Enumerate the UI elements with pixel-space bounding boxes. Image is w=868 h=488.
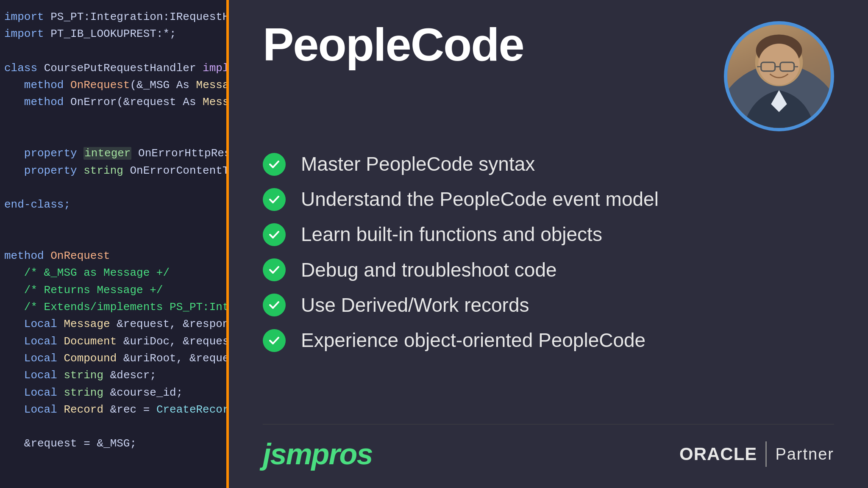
check-icon-2	[263, 188, 286, 211]
oracle-text: ORACLE	[679, 444, 757, 464]
check-icon-4	[263, 258, 286, 281]
divider	[765, 441, 767, 467]
check-icon-1	[263, 153, 286, 176]
check-icon-6	[263, 329, 286, 352]
right-panel: PeopleCode	[229, 0, 868, 488]
feature-item-1: Master PeopleCode syntax	[263, 152, 834, 176]
feature-text-2: Understand the PeopleCode event model	[301, 188, 659, 211]
feature-text-4: Debug and troubleshoot code	[301, 258, 557, 282]
avatar-face	[727, 25, 831, 128]
feature-item-4: Debug and troubleshoot code	[263, 258, 834, 282]
feature-text-3: Learn built-in functions and objects	[301, 223, 602, 246]
feature-item-5: Use Derived/Work records	[263, 294, 834, 317]
features-list: Master PeopleCode syntax Understand the …	[263, 152, 834, 399]
partner-text: Partner	[775, 445, 834, 463]
check-icon-5	[263, 294, 286, 316]
feature-item-2: Understand the PeopleCode event model	[263, 188, 834, 211]
check-icon-3	[263, 223, 286, 246]
code-panel: import PS_PT:Integration:IRequestHandler…	[0, 0, 229, 488]
avatar	[724, 21, 834, 131]
header-row: PeopleCode	[263, 21, 834, 131]
oracle-partner: ORACLE Partner	[679, 441, 834, 467]
feature-text-1: Master PeopleCode syntax	[301, 152, 535, 176]
feature-text-6: Experience object-oriented PeopleCode	[301, 329, 645, 352]
jsmpros-logo: jsmpros	[263, 437, 372, 471]
feature-item-3: Learn built-in functions and objects	[263, 223, 834, 246]
page-title: PeopleCode	[263, 21, 524, 68]
feature-item-6: Experience object-oriented PeopleCode	[263, 329, 834, 352]
code-content: import PS_PT:Integration:IRequestHandler…	[0, 0, 229, 461]
feature-text-5: Use Derived/Work records	[301, 294, 529, 317]
footer-row: jsmpros ORACLE Partner	[263, 424, 834, 471]
